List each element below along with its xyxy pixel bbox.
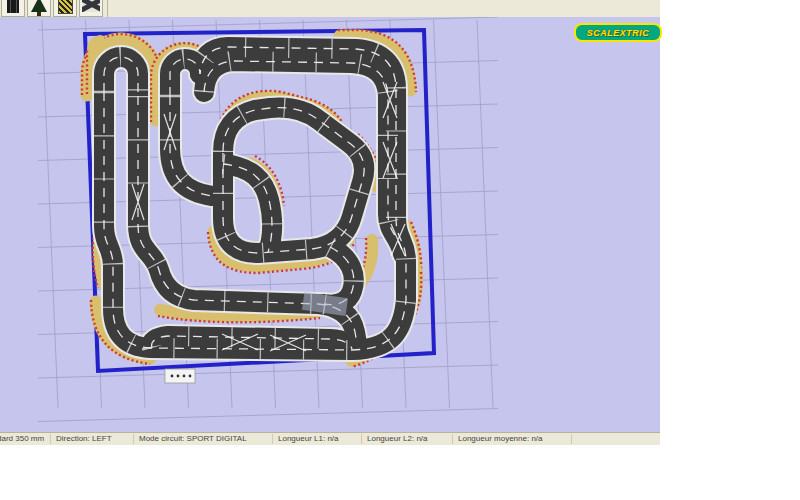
status-length-mean: Longueur moyenne: n/a	[453, 434, 572, 444]
status-bar: dard 350 mm Direction: LEFT Mode circuit…	[0, 432, 660, 445]
status-length-l2: Longueur L2: n/a	[362, 434, 453, 444]
status-direction: Direction: LEFT	[51, 434, 134, 444]
track-crossing-icon[interactable]	[79, 0, 103, 17]
status-length-l1: Longueur L1: n/a	[273, 434, 362, 444]
toolbar-icon-group	[0, 0, 108, 17]
track-layout-drawing	[0, 17, 660, 432]
status-piece-length: dard 350 mm	[0, 434, 51, 444]
tree-icon[interactable]	[27, 0, 51, 17]
scalextric-logo: SCALEXTRIC	[574, 23, 662, 42]
track-design-canvas[interactable]	[0, 17, 660, 432]
barrier-icon[interactable]	[1, 0, 25, 17]
app-window: SCALEXTRIC dard 350 mm Direction: LEFT M…	[0, 0, 800, 500]
toolbar	[0, 0, 660, 18]
status-circuit-mode: Mode circuit: SPORT DIGITAL	[134, 434, 273, 444]
grandstand-icon[interactable]	[53, 0, 77, 17]
